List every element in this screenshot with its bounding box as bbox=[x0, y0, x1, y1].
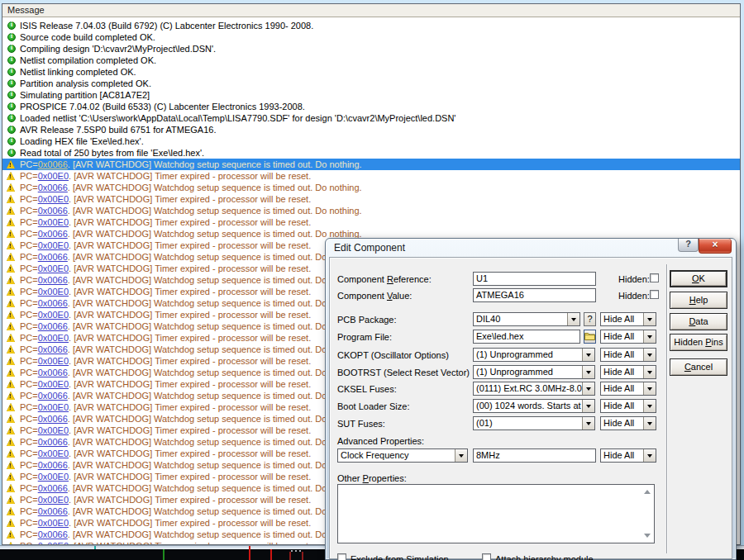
advanced-property-combo[interactable]: Clock Frequency bbox=[337, 448, 468, 463]
pc-address-link[interactable]: 0x0066 bbox=[38, 252, 68, 262]
pc-address-link[interactable]: 0x00E0 bbox=[38, 287, 69, 297]
dialog-help-icon[interactable]: ? bbox=[678, 239, 699, 252]
pc-address-link[interactable]: 0x00E0 bbox=[38, 217, 69, 227]
pc-address-link[interactable]: 0x00E0 bbox=[38, 425, 69, 435]
sut-visibility-combo[interactable]: Hide All bbox=[600, 416, 656, 430]
ckopt-combo[interactable]: (1) Unprogrammed bbox=[473, 348, 595, 362]
pc-address-link[interactable]: 0x00E0 bbox=[38, 310, 69, 320]
pc-address-link[interactable]: 0x0066 bbox=[38, 506, 68, 516]
other-properties-textarea[interactable] bbox=[337, 484, 655, 543]
warning-icon bbox=[7, 461, 15, 469]
pc-address-link[interactable]: 0x00E0 bbox=[38, 356, 69, 366]
warning-icon bbox=[7, 334, 15, 342]
log-row[interactable]: PC=0x00E0. [AVR WATCHDOG] Timer expired … bbox=[2, 170, 740, 182]
log-row[interactable]: ISIS Release 7.04.03 (Build 6792) (C) La… bbox=[2, 20, 740, 31]
log-row[interactable]: PC=0x00E0. [AVR WATCHDOG] Timer expired … bbox=[2, 193, 740, 205]
bootrst-combo[interactable]: (1) Unprogrammed bbox=[473, 365, 595, 379]
log-message-text: . [AVR WATCHDOG] Timer expired - process… bbox=[69, 194, 311, 204]
pc-address-link[interactable]: 0x0066 bbox=[38, 275, 68, 285]
bootrst-visibility-combo[interactable]: Hide All bbox=[600, 365, 656, 379]
pc-address-link[interactable]: 0x00E0 bbox=[38, 194, 69, 204]
pc-address-link[interactable]: 0x0066 bbox=[38, 529, 68, 539]
hidden-reference-checkbox[interactable] bbox=[650, 273, 659, 282]
pc-address-link[interactable]: 0x0066 bbox=[38, 368, 68, 377]
pc-address-link[interactable]: 0x00E0 bbox=[38, 541, 69, 544]
program-file-visibility-combo[interactable]: Hide All bbox=[600, 330, 656, 344]
pc-address-link[interactable]: 0x00E0 bbox=[38, 263, 69, 273]
cksel-visibility-combo[interactable]: Hide All bbox=[600, 382, 656, 396]
log-row[interactable]: Simulating partition [AC81A7E2] bbox=[2, 89, 740, 101]
cancel-button[interactable]: Cancel bbox=[670, 358, 727, 376]
ckopt-visibility-combo[interactable]: Hide All bbox=[600, 348, 656, 362]
log-row[interactable]: Compiling design 'D:\cvavr2\MyProject\le… bbox=[2, 43, 740, 55]
hidden-pins-button[interactable]: Hidden Pins bbox=[670, 334, 727, 351]
log-row[interactable]: PROSPICE 7.04.02 (Build 6533) (C) Labcen… bbox=[2, 101, 740, 112]
pc-address-link[interactable]: 0x0066 bbox=[38, 229, 68, 239]
pc-address-link[interactable]: 0x0066 bbox=[38, 437, 68, 447]
warning-icon bbox=[7, 276, 15, 284]
pc-address-link[interactable]: 0x00E0 bbox=[38, 495, 69, 505]
pc-address-link[interactable]: 0x0066 bbox=[38, 483, 68, 493]
log-row[interactable]: Read total of 250 bytes from file 'Exe\l… bbox=[2, 147, 740, 159]
pc-address-link[interactable]: 0x00E0 bbox=[38, 240, 69, 250]
pc-address-link[interactable]: 0x00E0 bbox=[38, 333, 69, 343]
pc-address-link[interactable]: 0x0066 bbox=[38, 414, 68, 424]
boot-loader-size-combo[interactable]: (00) 1024 words. Starts at 0x1C00. bbox=[473, 399, 595, 413]
exclude-from-simulation-checkbox[interactable] bbox=[337, 553, 346, 560]
pcb-package-visibility-combo[interactable]: Hide All bbox=[600, 312, 656, 326]
program-file-field[interactable]: Exe\led.hex bbox=[473, 330, 580, 344]
pc-address-link[interactable]: 0x0066 bbox=[38, 298, 68, 308]
log-row[interactable]: Loading HEX file 'Exe\led.hex'. bbox=[2, 135, 740, 147]
pc-address-link[interactable]: 0x00E0 bbox=[38, 402, 69, 412]
warning-icon bbox=[7, 542, 15, 544]
pcb-package-combo[interactable]: DIL40 bbox=[473, 312, 580, 326]
scroll-down-icon[interactable] bbox=[644, 534, 651, 538]
pc-address-link[interactable]: 0x0066 bbox=[38, 159, 68, 169]
log-row[interactable]: PC=0x0066. [AVR WATCHDOG] Watchdog setup… bbox=[2, 205, 740, 216]
pc-address-link[interactable]: 0x0066 bbox=[38, 183, 68, 192]
component-reference-field[interactable]: U1 bbox=[473, 272, 596, 286]
log-row[interactable]: PC=0x00E0. [AVR WATCHDOG] Timer expired … bbox=[2, 216, 740, 228]
attach-hierarchy-module-checkbox[interactable] bbox=[482, 553, 491, 560]
pc-address-link[interactable]: 0x00E0 bbox=[38, 448, 69, 458]
log-row[interactable]: Partition analysis completed OK. bbox=[2, 78, 740, 89]
log-message-text: Loaded netlist 'C:\Users\work\AppData\Lo… bbox=[20, 113, 455, 123]
log-row[interactable]: Netlist linking completed OK. bbox=[2, 66, 740, 78]
log-row[interactable]: Netlist compilation completed OK. bbox=[2, 55, 740, 66]
help-button[interactable]: Help bbox=[670, 292, 727, 309]
pc-address-link[interactable]: 0x0066 bbox=[38, 391, 68, 401]
ok-button[interactable]: OK bbox=[670, 270, 727, 287]
hidden-value-checkbox[interactable] bbox=[650, 290, 659, 299]
log-row[interactable]: PC=0x0066. [AVR WATCHDOG] Watchdog setup… bbox=[2, 182, 740, 193]
pc-address-link[interactable]: 0x0066 bbox=[38, 460, 68, 470]
sut-fuses-combo[interactable]: (01) bbox=[473, 416, 595, 430]
ckopt-label: CKOPT (Oscillator Options) bbox=[337, 350, 449, 360]
log-row[interactable]: PC=0x0066. [AVR WATCHDOG] Watchdog setup… bbox=[2, 159, 740, 170]
info-icon bbox=[7, 114, 16, 122]
pc-address-link[interactable]: 0x0066 bbox=[38, 321, 68, 331]
pc-address-link[interactable]: 0x00E0 bbox=[38, 379, 69, 389]
log-message-text: PC= bbox=[20, 414, 38, 424]
close-icon[interactable]: × bbox=[699, 239, 732, 254]
browse-file-button[interactable] bbox=[584, 330, 596, 344]
advanced-visibility-combo[interactable]: Hide All bbox=[600, 448, 656, 463]
log-row[interactable]: Loaded netlist 'C:\Users\work\AppData\Lo… bbox=[2, 112, 740, 124]
pcb-package-help-button[interactable]: ? bbox=[584, 312, 596, 326]
scroll-up-icon[interactable] bbox=[644, 490, 651, 494]
pc-address-link[interactable]: 0x00E0 bbox=[38, 518, 69, 528]
pc-address-link[interactable]: 0x0066 bbox=[38, 206, 68, 216]
log-row[interactable]: Source code build completed OK. bbox=[2, 31, 740, 43]
pc-address-link[interactable]: 0x00E0 bbox=[38, 171, 69, 181]
cksel-combo[interactable]: (0111) Ext.RC 3.0MHz-8.0MHz bbox=[473, 382, 595, 396]
chevron-down-icon bbox=[582, 417, 594, 429]
boot-loader-visibility-combo[interactable]: Hide All bbox=[600, 399, 656, 413]
log-row[interactable]: AVR Release 7.5SP0 build 6751 for ATMEGA… bbox=[2, 124, 740, 135]
exclude-from-simulation-label: Exclude from Simulation bbox=[351, 554, 449, 560]
clock-frequency-field[interactable]: 8MHz bbox=[473, 448, 596, 463]
chevron-down-icon bbox=[582, 400, 594, 412]
data-button[interactable]: Data bbox=[670, 313, 727, 330]
pc-address-link[interactable]: 0x0066 bbox=[38, 344, 68, 354]
info-icon bbox=[7, 126, 16, 134]
pc-address-link[interactable]: 0x00E0 bbox=[38, 472, 69, 482]
component-value-field[interactable]: ATMEGA16 bbox=[473, 288, 596, 302]
